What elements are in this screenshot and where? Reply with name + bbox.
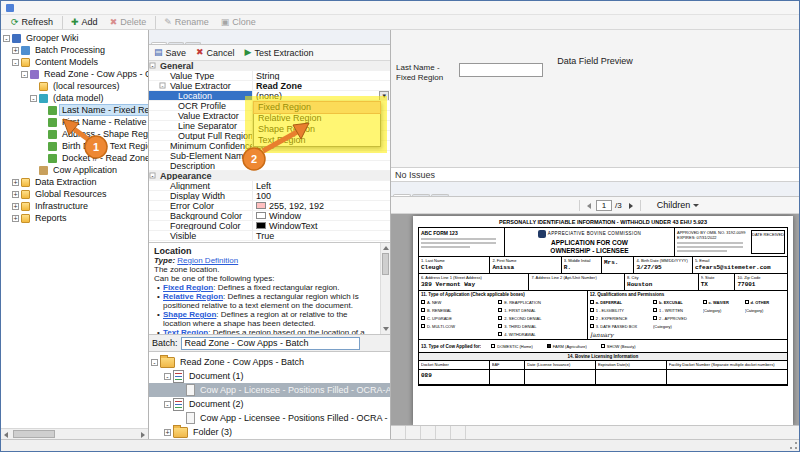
dropdown-option[interactable]: Fixed Region — [254, 102, 380, 113]
tree-item[interactable]: - Grooper Wiki — [1, 32, 148, 44]
batch-expander-icon[interactable]: - — [164, 401, 171, 408]
dropdown-option[interactable]: Text Region — [254, 135, 380, 146]
thumbnails-icon[interactable] — [562, 199, 575, 212]
tree-item[interactable]: + Reports — [1, 212, 148, 224]
property-row[interactable]: Error Color 255, 192, 192 — [149, 201, 390, 211]
property-row[interactable]: Location (none) — [149, 91, 390, 101]
tree-expander-icon[interactable]: + — [12, 203, 19, 210]
tree-item[interactable]: Birth Date - Text Region — [1, 140, 148, 152]
fit-page-icon[interactable] — [464, 199, 477, 212]
batch-expander-icon[interactable]: - — [164, 373, 171, 380]
tree-expander-icon[interactable]: + — [12, 215, 19, 222]
layers-icon[interactable] — [548, 199, 561, 212]
property-row[interactable]: Description — [149, 161, 390, 171]
batch-expander-icon[interactable]: + — [164, 429, 171, 436]
batch-selector[interactable]: Read Zone - Cow Apps - Batch — [181, 337, 360, 350]
tree-item[interactable]: + Batch Processing — [1, 44, 148, 56]
property-row[interactable]: Value Type String — [149, 71, 390, 81]
tree-expander-icon[interactable]: - — [21, 71, 28, 78]
cancel-button[interactable]: ✖ Cancel — [196, 48, 235, 58]
batch-tree-item[interactable]: Cow App - Licensee - Positions Filled - … — [149, 411, 390, 425]
tree-item[interactable]: (local resources) — [1, 80, 148, 92]
batch-expander-icon[interactable]: - — [151, 359, 158, 366]
dropdown-option[interactable]: Shape Region — [254, 124, 380, 135]
zone-select-icon[interactable] — [408, 199, 421, 212]
scroll-right-icon[interactable] — [137, 429, 148, 439]
batch-tree-item[interactable]: - Document (2) — [149, 397, 390, 411]
property-row[interactable]: Alignment Left — [149, 181, 390, 191]
select-cursor-icon[interactable] — [394, 199, 407, 212]
property-row[interactable]: Visible True — [149, 231, 390, 241]
region-type-link[interactable]: Fixed Region — [163, 283, 213, 292]
dropdown-option[interactable]: Relative Region — [254, 113, 380, 124]
tree-item[interactable]: Address - Shape Region — [1, 128, 148, 140]
previous-page-button[interactable] — [584, 200, 595, 211]
info-icon[interactable] — [520, 199, 533, 212]
preview-field-input[interactable] — [459, 63, 543, 77]
document-page[interactable]: PERSONALLY IDENTIFIABLE INFORMATION - WI… — [413, 216, 793, 425]
scroll-left-icon[interactable] — [1, 429, 12, 439]
tree-item[interactable]: Last Name - Fixed Region — [1, 104, 148, 116]
property-row[interactable]: - Value Extractor Read Zone — [149, 81, 390, 91]
help-scroll-thumb[interactable] — [382, 253, 389, 275]
property-row[interactable]: Sub-Element Name — [149, 151, 390, 161]
delete-button[interactable]: ✖ Delete — [104, 16, 153, 29]
viewer-tab[interactable] — [412, 194, 430, 196]
property-row[interactable]: Display Width 100 — [149, 191, 390, 201]
region-type-link[interactable]: Relative Region — [163, 292, 223, 301]
tree-expander-icon[interactable]: - — [30, 95, 37, 102]
clone-button[interactable]: ▣ Clone — [215, 16, 262, 29]
children-dropdown[interactable]: Children — [657, 200, 700, 210]
tree-item[interactable]: - Read Zone - Cow Apps - Content Mod — [1, 68, 148, 80]
tree-item[interactable]: + Global Resources — [1, 188, 148, 200]
flag-icon[interactable] — [534, 199, 547, 212]
batch-grid-view-icon[interactable] — [363, 337, 375, 349]
rotate-left-icon[interactable] — [478, 199, 491, 212]
property-expander-icon[interactable]: - — [150, 173, 156, 179]
tree-item[interactable]: + Infrastructure — [1, 200, 148, 212]
region-type-link[interactable]: Text Region — [163, 328, 208, 335]
scroll-thumb[interactable] — [13, 430, 55, 438]
resize-grip[interactable] — [789, 441, 798, 450]
viewer-tab[interactable] — [431, 194, 449, 196]
batch-open-icon[interactable] — [375, 337, 387, 349]
editor-tab[interactable] — [185, 42, 201, 44]
tree-expander-icon[interactable]: + — [12, 179, 19, 186]
tree-item[interactable]: First Name - Relative Region — [1, 116, 148, 128]
save-button[interactable]: ▤ Save — [154, 48, 186, 58]
tree-expander-icon[interactable]: - — [3, 35, 10, 42]
next-page-button[interactable] — [625, 200, 636, 211]
property-row[interactable]: Background Color Window — [149, 211, 390, 221]
tree-item[interactable]: Docket # - Read Zone — [1, 152, 148, 164]
tree-expander-icon[interactable]: - — [12, 59, 19, 66]
page-number-input[interactable]: 1 — [596, 200, 612, 211]
region-type-link[interactable]: Shape Region — [163, 310, 216, 319]
viewer-tab[interactable] — [393, 194, 411, 196]
approve-icon[interactable] — [506, 199, 519, 212]
property-row[interactable]: - General — [149, 61, 390, 71]
zoom-in-icon[interactable] — [422, 199, 435, 212]
batch-tree-item[interactable]: - Read Zone - Cow Apps - Batch — [149, 355, 390, 369]
add-button[interactable]: ✚ Add — [62, 16, 104, 29]
help-vertical-scrollbar[interactable] — [380, 243, 390, 334]
editor-tab[interactable] — [151, 42, 167, 44]
zoom-out-icon[interactable] — [436, 199, 449, 212]
tree-expander-icon[interactable]: + — [12, 191, 19, 198]
fit-width-icon[interactable] — [450, 199, 463, 212]
tree-item[interactable]: + Data Extraction — [1, 176, 148, 188]
batch-tree-item[interactable]: + Folder (3) — [149, 425, 390, 439]
tree-item[interactable]: - Content Models — [1, 56, 148, 68]
rename-button[interactable]: ✎ Rename — [155, 16, 215, 29]
tree-horizontal-scrollbar[interactable] — [1, 428, 148, 439]
editor-tab[interactable] — [168, 42, 184, 44]
tree-item[interactable]: Cow Application — [1, 164, 148, 176]
scroll-track[interactable] — [12, 429, 137, 439]
rotate-right-icon[interactable] — [492, 199, 505, 212]
refresh-button[interactable]: ⟳ Refresh — [5, 16, 59, 29]
property-row[interactable]: - Appearance — [149, 171, 390, 181]
property-expander-icon[interactable]: - — [160, 83, 166, 89]
tree-item[interactable]: - (data model) — [1, 92, 148, 104]
test-extraction-button[interactable]: ▶ Test Extraction — [245, 48, 314, 58]
batch-tree-item[interactable]: Cow App - Licensee - Positions Filled - … — [149, 383, 390, 397]
batch-tree-item[interactable]: - Document (1) — [149, 369, 390, 383]
